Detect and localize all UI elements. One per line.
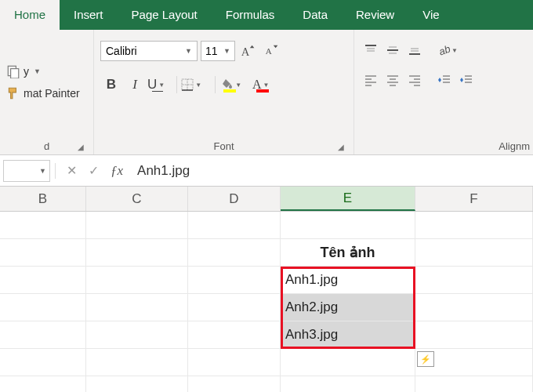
cell[interactable]: [188, 294, 281, 321]
formula-input[interactable]: Anh1.jpg: [129, 163, 533, 179]
tab-page-layout[interactable]: Page Layout: [118, 0, 212, 30]
underline-button[interactable]: U ▼: [147, 74, 172, 96]
cell[interactable]: [86, 321, 188, 348]
table-row: [0, 212, 533, 239]
decrease-indent-icon: [437, 74, 451, 86]
align-middle-button[interactable]: [383, 41, 403, 60]
align-top-button[interactable]: [361, 41, 381, 60]
table-row: [0, 376, 533, 392]
cell[interactable]: [0, 239, 86, 266]
copy-button[interactable]: y ▼: [6, 64, 87, 78]
cell[interactable]: [415, 321, 533, 348]
tab-insert[interactable]: Insert: [60, 0, 118, 30]
cell[interactable]: [281, 349, 415, 376]
increase-font-button[interactable]: A: [238, 41, 259, 61]
cell[interactable]: [0, 321, 86, 348]
cell[interactable]: [86, 239, 188, 266]
align-center-icon: [386, 74, 400, 86]
enter-button[interactable]: ✓: [82, 159, 104, 183]
orientation-button[interactable]: ab▼: [434, 41, 461, 60]
font-launcher-icon[interactable]: ◢: [335, 140, 347, 153]
cell[interactable]: [281, 212, 415, 238]
formula-bar: ▼ ✕ ✓ ƒx Anh1.jpg: [0, 155, 533, 187]
align-left-button[interactable]: [361, 71, 381, 89]
cell[interactable]: [0, 212, 86, 238]
column-header-c[interactable]: C: [86, 187, 188, 211]
font-color-swatch: [256, 89, 269, 93]
cell[interactable]: [0, 267, 86, 293]
cell[interactable]: [188, 267, 281, 293]
decrease-indent-button[interactable]: [434, 71, 455, 89]
check-icon: ✓: [89, 163, 99, 178]
name-box[interactable]: ▼: [3, 160, 50, 182]
cell[interactable]: [188, 212, 281, 238]
cell[interactable]: [415, 376, 533, 392]
fx-label[interactable]: ƒx: [111, 163, 123, 179]
cell[interactable]: [0, 376, 86, 392]
font-name-combo[interactable]: Calibri ▼: [100, 41, 198, 61]
column-header-f[interactable]: F: [415, 187, 533, 211]
cell[interactable]: [0, 294, 86, 321]
table-row: Anh1.jpg: [0, 267, 533, 294]
align-center-button[interactable]: [383, 71, 403, 89]
cell[interactable]: [188, 239, 281, 266]
cell[interactable]: [281, 376, 415, 392]
align-right-button[interactable]: [404, 71, 425, 89]
separator: [215, 76, 216, 93]
cell[interactable]: [188, 321, 281, 348]
column-header-d[interactable]: D: [188, 187, 281, 211]
chevron-down-icon: ▼: [185, 47, 192, 55]
cell-e5[interactable]: Anh3.jpg: [281, 321, 415, 348]
decrease-font-button[interactable]: A: [262, 41, 282, 61]
font-color-button[interactable]: A ▼: [252, 74, 278, 96]
italic-button[interactable]: I: [124, 74, 146, 96]
align-right-icon: [408, 74, 422, 86]
cell[interactable]: [188, 376, 281, 392]
svg-rect-1: [11, 69, 19, 78]
cell[interactable]: [86, 376, 188, 392]
group-alignment: ab▼ Alignm: [354, 30, 533, 154]
column-header-e[interactable]: E: [281, 187, 415, 211]
autofill-options-button[interactable]: ⚡: [417, 351, 434, 367]
cell[interactable]: [415, 239, 533, 266]
ribbon-tabs: Home Insert Page Layout Formulas Data Re…: [0, 0, 533, 30]
format-painter-button[interactable]: mat Painter: [6, 86, 87, 100]
cell-e4[interactable]: Anh2.jpg: [281, 294, 415, 321]
tab-home[interactable]: Home: [0, 0, 60, 30]
cell[interactable]: [86, 294, 188, 321]
align-bottom-icon: [408, 44, 422, 56]
align-bottom-button[interactable]: [404, 41, 425, 60]
bold-button[interactable]: B: [100, 74, 122, 96]
underline-bar-icon: [152, 91, 163, 92]
cell[interactable]: [415, 267, 533, 293]
chevron-down-icon: ▼: [39, 167, 46, 175]
clipboard-launcher-icon[interactable]: ◢: [74, 140, 87, 153]
chevron-down-icon: ▼: [451, 47, 458, 54]
svg-text:A: A: [241, 45, 250, 58]
cell[interactable]: [0, 349, 86, 376]
cell[interactable]: [86, 267, 188, 293]
increase-indent-button[interactable]: [456, 71, 477, 89]
tab-view[interactable]: Vie: [408, 0, 453, 30]
column-headers: BCDEF: [0, 187, 533, 212]
cell[interactable]: [86, 349, 188, 376]
copy-icon: [6, 64, 20, 78]
cell[interactable]: [415, 212, 533, 238]
cell-e3[interactable]: Anh1.jpg: [281, 267, 415, 293]
align-top-icon: [364, 44, 378, 56]
fill-color-button[interactable]: ▼: [219, 74, 251, 96]
cell-header[interactable]: Tên ảnh: [281, 239, 415, 266]
grid-rows: Tên ảnh Anh1.jpg Anh2.jpg Anh3.jpg: [0, 212, 533, 392]
cancel-button[interactable]: ✕: [60, 159, 82, 183]
cell[interactable]: [415, 294, 533, 321]
cell[interactable]: [188, 349, 281, 376]
cell[interactable]: [86, 212, 188, 238]
borders-button[interactable]: ▼: [181, 74, 211, 96]
borders-icon: [181, 78, 194, 91]
tab-review[interactable]: Review: [342, 0, 408, 30]
tab-formulas[interactable]: Formulas: [212, 0, 289, 30]
tab-data[interactable]: Data: [288, 0, 342, 30]
separator: [176, 76, 177, 93]
font-size-combo[interactable]: 11 ▼: [201, 41, 235, 61]
column-header-b[interactable]: B: [0, 187, 86, 211]
